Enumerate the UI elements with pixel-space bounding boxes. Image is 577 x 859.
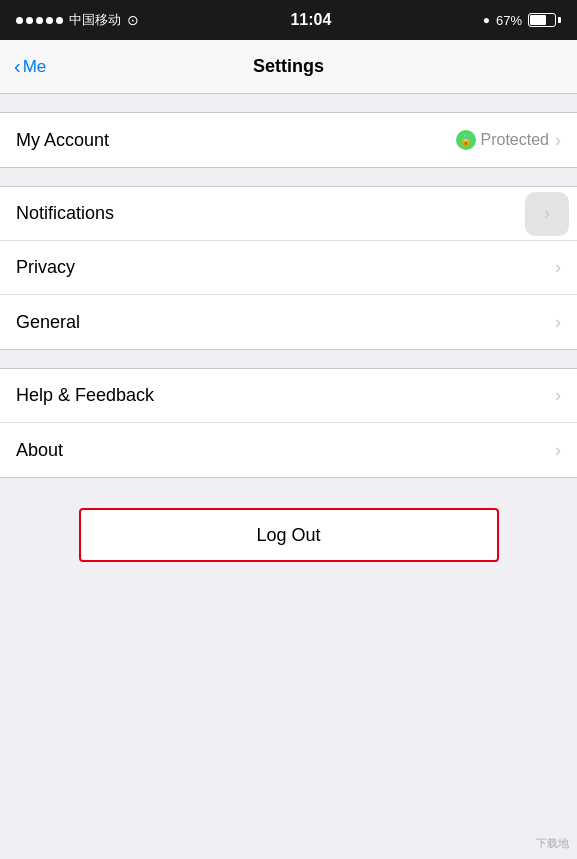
chevron-right-icon-privacy: › [555, 257, 561, 278]
about-row[interactable]: About › [0, 423, 577, 477]
privacy-right: › [555, 257, 561, 278]
general-row[interactable]: General › [0, 295, 577, 349]
privacy-row[interactable]: Privacy › [0, 241, 577, 295]
page-title: Settings [253, 56, 324, 77]
signal-dot-2 [26, 17, 33, 24]
nav-bar: ‹ Me Settings [0, 40, 577, 94]
watermark: 下载地 [536, 836, 569, 851]
lock-icon: 🔒 [456, 130, 476, 150]
chevron-right-icon: › [555, 130, 561, 151]
back-button[interactable]: ‹ Me [14, 57, 46, 77]
battery-percent: 67% [496, 13, 522, 28]
status-bar: 中国移动 ⊙ 11:04 ● 67% [0, 0, 577, 40]
status-left: 中国移动 ⊙ [16, 11, 139, 29]
my-account-label: My Account [16, 130, 456, 151]
about-right: › [555, 440, 561, 461]
privacy-label: Privacy [16, 257, 555, 278]
signal-dot-3 [36, 17, 43, 24]
carrier-label: 中国移动 [69, 11, 121, 29]
preferences-section: Notifications › Privacy › General › [0, 186, 577, 350]
my-account-row[interactable]: My Account 🔒 Protected › [0, 113, 577, 167]
notifications-row[interactable]: Notifications › [0, 187, 577, 241]
battery-body [528, 13, 556, 27]
support-section: Help & Feedback › About › [0, 368, 577, 478]
signal-dot-5 [56, 17, 63, 24]
back-label: Me [23, 57, 47, 77]
chevron-right-icon-about: › [555, 440, 561, 461]
section-gap-3 [0, 350, 577, 368]
protected-text: Protected [481, 131, 549, 149]
about-label: About [16, 440, 555, 461]
section-gap-1 [0, 94, 577, 112]
notifications-label: Notifications [16, 203, 561, 224]
signal-dots [16, 17, 63, 24]
chevron-right-icon-help: › [555, 385, 561, 406]
battery-tip [558, 17, 561, 23]
general-right: › [555, 312, 561, 333]
status-right: ● 67% [483, 13, 561, 28]
touch-highlight: › [525, 192, 569, 236]
logout-section: Log Out [0, 508, 577, 562]
status-time: 11:04 [290, 11, 331, 29]
account-section: My Account 🔒 Protected › [0, 112, 577, 168]
help-feedback-row[interactable]: Help & Feedback › [0, 369, 577, 423]
general-label: General [16, 312, 555, 333]
wifi-icon: ⊙ [127, 12, 139, 28]
chevron-right-icon-general: › [555, 312, 561, 333]
section-gap-2 [0, 168, 577, 186]
lock-status-icon: ● [483, 13, 490, 27]
battery-indicator [528, 13, 561, 27]
battery-fill [530, 15, 546, 25]
content-area: My Account 🔒 Protected › Notifications ›… [0, 94, 577, 562]
logout-button[interactable]: Log Out [79, 508, 499, 562]
back-chevron-icon: ‹ [14, 56, 21, 76]
protected-badge: 🔒 Protected [456, 130, 549, 150]
signal-dot-1 [16, 17, 23, 24]
my-account-right: 🔒 Protected › [456, 130, 561, 151]
help-feedback-label: Help & Feedback [16, 385, 555, 406]
signal-dot-4 [46, 17, 53, 24]
help-feedback-right: › [555, 385, 561, 406]
chevron-right-icon-notifications: › [544, 203, 550, 224]
